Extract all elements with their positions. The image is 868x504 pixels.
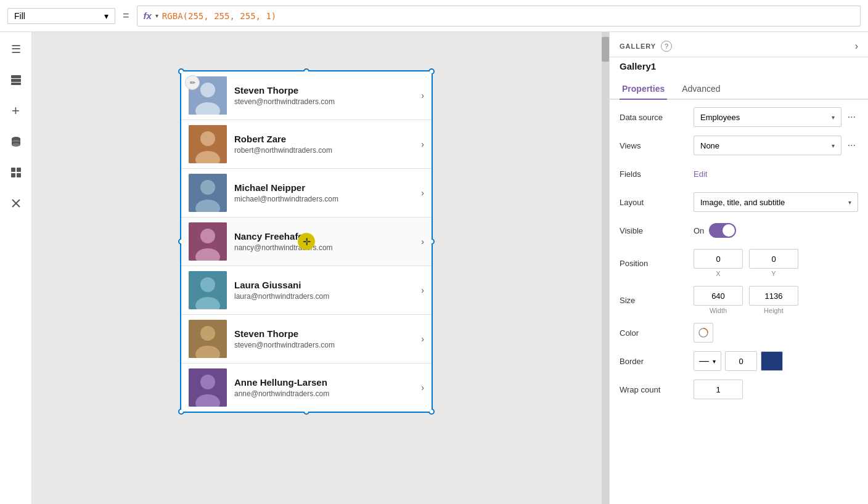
add-icon[interactable]: +	[6, 101, 26, 121]
wrap-count-input[interactable]	[694, 380, 743, 399]
item-name-3: Nancy Freehafer	[234, 231, 416, 242]
gallery-item-2[interactable]: Michael Neipper michael@northwindtraders…	[181, 169, 432, 217]
item-email-0: steven@northwindtraders.com	[234, 97, 416, 106]
gallery-item-0[interactable]: Steven Thorpe steven@northwindtraders.co…	[181, 71, 432, 120]
formula-rgba: RGBA(255, 255, 255, 1)	[162, 11, 276, 21]
border-width-input[interactable]	[725, 351, 757, 371]
position-y-input[interactable]	[749, 249, 798, 269]
item-name-4: Laura Giussani	[234, 280, 416, 290]
svg-rect-8	[11, 168, 15, 172]
svg-rect-11	[17, 173, 21, 177]
item-photo-1	[189, 125, 227, 163]
main-layout: ☰ +	[0, 32, 868, 504]
position-y-col: Y	[749, 249, 798, 277]
item-info-5: Steven Thorpe steven@northwindtraders.co…	[234, 328, 416, 349]
prop-row-position: Position X Y	[620, 249, 858, 277]
border-color-swatch[interactable]	[761, 351, 783, 371]
item-chevron-0: ›	[421, 91, 424, 100]
color-swatch[interactable]	[694, 323, 713, 343]
size-height-input[interactable]	[749, 286, 798, 306]
prop-row-border: Border — ▾	[620, 351, 858, 371]
top-bar: Fill ▾ = fx ▾ RGBA(255, 255, 255, 1)	[0, 0, 868, 32]
item-photo-4	[189, 271, 227, 309]
gallery-item-3[interactable]: ✛ Nancy Freehafer nancy@northwindtraders…	[181, 217, 432, 266]
border-control: — ▾	[694, 351, 858, 371]
tab-advanced[interactable]: Advanced	[679, 79, 723, 100]
layers-icon[interactable]	[6, 70, 26, 90]
datasource-control: Employees ▾ ···	[694, 107, 858, 127]
size-height-label: Height	[764, 307, 784, 314]
scrollbar-thumb[interactable]	[602, 37, 609, 62]
gallery-item-5[interactable]: Steven Thorpe steven@northwindtraders.co…	[181, 315, 432, 364]
datasource-more-btn[interactable]: ···	[845, 109, 858, 125]
svg-rect-9	[17, 168, 21, 172]
item-email-1: robert@northwindtraders.com	[234, 146, 416, 155]
item-email-6: anne@northwindtraders.com	[234, 389, 416, 398]
color-control	[694, 323, 858, 343]
prop-row-size: Size Width Height	[620, 286, 858, 314]
fill-dropdown[interactable]: Fill ▾	[7, 8, 115, 24]
border-label: Border	[620, 357, 694, 366]
svg-point-33	[200, 375, 215, 389]
item-info-6: Anne Hellung-Larsen anne@northwindtrader…	[234, 377, 416, 398]
move-cursor[interactable]: ✛	[298, 233, 315, 250]
item-chevron-3: ›	[421, 237, 424, 246]
svg-point-27	[200, 277, 215, 292]
position-control: X Y	[694, 249, 858, 277]
hamburger-icon[interactable]: ☰	[6, 39, 26, 59]
datasource-chevron: ▾	[832, 114, 835, 121]
panel-help-icon[interactable]: ?	[661, 41, 672, 52]
layout-label: Layout	[620, 198, 694, 207]
gallery-item-1[interactable]: Robert Zare robert@northwindtraders.com …	[181, 120, 432, 169]
components-icon[interactable]	[6, 163, 26, 182]
datasource-label: Data source	[620, 113, 694, 122]
views-dropdown[interactable]: None ▾	[694, 136, 841, 155]
prop-row-layout: Layout Image, title, and subtitle ▾	[620, 192, 858, 212]
item-info-0: Steven Thorpe steven@northwindtraders.co…	[234, 85, 416, 106]
fields-edit-link[interactable]: Edit	[694, 169, 707, 179]
fx-icon: fx	[144, 10, 152, 21]
equals-sign: =	[120, 9, 132, 22]
panel-gallery-name: Gallery1	[610, 57, 868, 79]
visible-label: Visible	[620, 226, 694, 235]
size-width-label: Width	[710, 307, 727, 314]
position-x-col: X	[694, 249, 743, 277]
prop-row-datasource: Data source Employees ▾ ···	[620, 107, 858, 127]
svg-point-21	[200, 180, 215, 195]
canvas-area: ✏ Steven Thorpe steven@northwindtraders.…	[32, 32, 609, 504]
tools-icon[interactable]	[6, 193, 26, 213]
item-chevron-5: ›	[421, 334, 424, 344]
svg-point-7	[12, 143, 20, 147]
item-chevron-4: ›	[421, 285, 424, 295]
datasource-dropdown[interactable]: Employees ▾	[694, 107, 841, 127]
position-x-input[interactable]	[694, 249, 743, 269]
database-icon[interactable]	[6, 132, 26, 152]
prop-row-visible: Visible On	[620, 221, 858, 240]
gallery-edit-icon[interactable]: ✏	[185, 75, 200, 90]
views-more-btn[interactable]: ···	[845, 137, 858, 153]
gallery-item-4[interactable]: Laura Giussani laura@northwindtraders.co…	[181, 266, 432, 315]
item-chevron-1: ›	[421, 139, 424, 149]
border-line: —	[699, 356, 709, 366]
layout-dropdown[interactable]: Image, title, and subtitle ▾	[694, 192, 858, 212]
panel-close-btn[interactable]: ›	[855, 41, 858, 52]
prop-row-views: Views None ▾ ···	[620, 136, 858, 155]
gallery-widget[interactable]: ✏ Steven Thorpe steven@northwindtraders.…	[180, 70, 433, 413]
item-name-0: Steven Thorpe	[234, 85, 416, 96]
prop-row-fields: Fields Edit	[620, 164, 858, 184]
border-style-dropdown[interactable]: — ▾	[694, 351, 721, 371]
item-chevron-2: ›	[421, 188, 424, 198]
tab-properties[interactable]: Properties	[620, 79, 667, 100]
views-chevron: ▾	[832, 142, 835, 149]
views-label: Views	[620, 141, 694, 150]
item-name-5: Steven Thorpe	[234, 328, 416, 339]
visible-toggle[interactable]	[709, 223, 736, 238]
svg-point-30	[200, 326, 215, 341]
canvas-scrollbar[interactable]	[602, 32, 609, 504]
formula-bar[interactable]: fx ▾ RGBA(255, 255, 255, 1)	[137, 6, 861, 26]
layout-chevron: ▾	[848, 199, 851, 206]
size-width-input[interactable]	[694, 286, 743, 306]
views-control: None ▾ ···	[694, 136, 858, 155]
gallery-item-6[interactable]: Anne Hellung-Larsen anne@northwindtrader…	[181, 364, 432, 412]
item-info-4: Laura Giussani laura@northwindtraders.co…	[234, 280, 416, 301]
